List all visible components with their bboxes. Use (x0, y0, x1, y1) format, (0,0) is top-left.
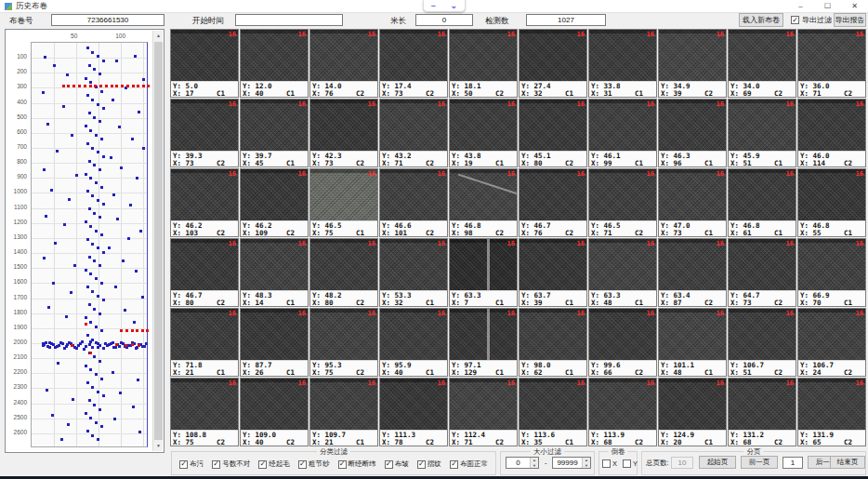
defect-cell[interactable]: 16Y: 17.4X: 73C2 (379, 29, 448, 98)
rewind-checkbox[interactable] (623, 459, 631, 468)
load-new-roll-button[interactable]: 载入新布卷 (739, 13, 783, 27)
last-page-button[interactable]: 结束页 (830, 456, 865, 469)
floating-overlay-widget[interactable]: – ⌄ (423, 0, 466, 12)
maximize-icon[interactable]: ☐ (814, 0, 841, 13)
defect-cell[interactable]: 16Y: 66.9X: 70C1 (797, 238, 866, 307)
size-max-spin-buttons[interactable]: ▲▼ (582, 458, 590, 468)
export-filter-checkbox[interactable]: ✓ (791, 16, 799, 24)
size-max-value[interactable]: 99999 (553, 458, 582, 468)
class-filter-option[interactable]: ✓经起毛 (258, 459, 290, 469)
defect-cell[interactable]: 16Y: 39.7X: 45C1 (240, 99, 309, 167)
size-min-spinner[interactable]: 0 ▲▼ (506, 457, 539, 469)
defect-cell[interactable]: 16Y: 101.1X: 48C1 (658, 308, 727, 377)
defect-cell[interactable]: 16Y: 48.3X: 14C1 (240, 238, 309, 307)
defect-cell[interactable]: 16Y: 5.0X: 17C1 (170, 29, 239, 98)
defect-cell[interactable]: 16Y: 46.3X: 96C1 (658, 99, 727, 167)
defect-cell[interactable]: 16Y: 45.1X: 80C2 (519, 99, 587, 167)
defect-cell[interactable]: 16Y: 97.1X: 129C1 (449, 308, 518, 377)
class-filter-checkbox[interactable]: ✓ (417, 460, 426, 469)
defect-cell[interactable]: 16Y: 46.2X: 103C2 (170, 168, 239, 237)
spin-down-icon[interactable]: ▼ (583, 463, 590, 469)
defect-cell[interactable]: 16Y: 111.3X: 78C2 (379, 378, 448, 446)
defect-cell[interactable]: 16Y: 87.7X: 26C1 (240, 308, 309, 377)
defect-cell[interactable]: 16Y: 43.8X: 19C1 (449, 99, 518, 167)
defect-cell[interactable]: 16Y: 63.3X: 48C1 (588, 238, 657, 307)
spin-down-icon[interactable]: ▼ (531, 463, 538, 469)
defect-cell[interactable]: 16Y: 18.1X: 50C2 (449, 29, 518, 98)
defect-cell[interactable]: 16Y: 64.7X: 73C2 (728, 238, 796, 307)
defect-cell[interactable]: 16Y: 14.0X: 76C2 (309, 29, 378, 98)
class-filter-option[interactable]: ✓粗节纱 (298, 459, 330, 469)
defect-cell[interactable]: 16Y: 46.8X: 98C2 (449, 168, 518, 237)
class-filter-option[interactable]: ✓布污 (179, 459, 204, 469)
class-filter-checkbox[interactable]: ✓ (298, 460, 307, 469)
defect-cell[interactable]: 16Y: 46.7X: 76C2 (519, 168, 587, 237)
class-filter-checkbox[interactable]: ✓ (385, 460, 393, 469)
start-time-input[interactable] (235, 14, 343, 26)
defect-cell[interactable]: 16Y: 43.2X: 71C2 (379, 99, 448, 167)
rewind-checkbox[interactable] (602, 459, 611, 468)
export-filter-option[interactable]: ✓ 导出过滤 (791, 15, 832, 25)
defect-cell[interactable]: 16Y: 34.0X: 69C2 (728, 29, 796, 98)
defect-cell[interactable]: 16Y: 33.8X: 31C1 (588, 29, 657, 98)
class-filter-option[interactable]: ✓布皱 (385, 459, 409, 469)
rewind-option[interactable]: Y (623, 459, 638, 468)
defect-cell[interactable]: 16Y: 36.0X: 71C2 (797, 29, 866, 98)
defect-cell[interactable]: 16Y: 113.9X: 68C2 (588, 378, 657, 446)
defect-cell[interactable]: 16Y: 98.0X: 62C1 (519, 308, 587, 377)
defect-cell[interactable]: 16Y: 71.8X: 21C1 (170, 308, 239, 377)
close-icon[interactable]: ✕ (841, 0, 868, 13)
defect-cell[interactable]: 16Y: 108.8X: 75C2 (170, 378, 239, 446)
defect-cell[interactable]: 16Y: 27.4X: 32C1 (519, 29, 587, 98)
meter-length-input[interactable]: 0 (415, 14, 473, 26)
defect-cell[interactable]: 16Y: 113.6X: 35C1 (519, 378, 587, 446)
defect-cell[interactable]: 16Y: 46.1X: 99C1 (588, 99, 657, 167)
detect-count-input[interactable]: 1027 (526, 14, 606, 26)
defect-scatter-plot[interactable] (31, 42, 148, 447)
defect-cell[interactable]: 16Y: 46.5X: 75C1 (309, 168, 378, 237)
defect-cell[interactable]: 16Y: 46.7X: 80C2 (170, 238, 239, 307)
defect-cell[interactable]: 16Y: 42.3X: 73C2 (309, 99, 378, 167)
defect-cell[interactable]: 16Y: 63.7X: 39C1 (519, 238, 587, 307)
scrollbar-thumb[interactable] (154, 42, 163, 440)
defect-cell[interactable]: 16Y: 45.9X: 51C1 (728, 99, 796, 167)
defect-cell[interactable]: 16Y: 34.9X: 39C2 (658, 29, 727, 98)
defect-cell[interactable]: 16Y: 46.8X: 55C1 (797, 168, 866, 237)
defect-cell[interactable]: 16Y: 47.0X: 73C1 (658, 168, 727, 237)
defect-cell[interactable]: 16Y: 46.5X: 71C2 (588, 168, 657, 237)
defect-cell[interactable]: 16Y: 131.2X: 68C2 (728, 378, 796, 446)
class-filter-checkbox[interactable]: ✓ (450, 460, 458, 469)
page-number-input[interactable]: 1 (783, 457, 803, 469)
defect-cell[interactable]: 16Y: 95.9X: 40C1 (379, 308, 448, 377)
defect-cell[interactable]: 16Y: 106.7X: 51C2 (728, 308, 796, 377)
first-page-button[interactable]: 起始页 (699, 456, 736, 469)
defect-cell[interactable]: 16Y: 46.6X: 101C2 (379, 168, 448, 237)
defect-cell[interactable]: 16Y: 106.7X: 24C2 (797, 308, 866, 377)
class-filter-checkbox[interactable]: ✓ (212, 460, 220, 469)
defect-cell[interactable]: 16Y: 99.6X: 66C2 (588, 308, 657, 377)
prev-page-button[interactable]: 前一页 (741, 456, 778, 469)
class-filter-checkbox[interactable]: ✓ (179, 460, 188, 469)
minimize-icon[interactable]: – (787, 0, 814, 13)
size-min-spin-buttons[interactable]: ▲▼ (530, 458, 538, 468)
defect-cell[interactable]: 16Y: 46.2X: 109C2 (240, 168, 309, 237)
defect-cell[interactable]: 16Y: 109.7X: 21C1 (309, 378, 378, 446)
export-report-button[interactable]: 导出报告 (834, 13, 866, 27)
roll-number-input[interactable]: 7236661530 (51, 14, 164, 26)
defect-cell[interactable]: 16Y: 95.3X: 75C2 (309, 308, 378, 377)
size-min-value[interactable]: 0 (506, 458, 530, 468)
widget-minimize-icon[interactable]: – (431, 1, 436, 10)
defect-cell[interactable]: 16Y: 12.0X: 40C1 (240, 29, 309, 98)
class-filter-checkbox[interactable]: ✓ (258, 460, 267, 469)
plot-scrollbar[interactable]: ▲ ▼ (152, 31, 163, 451)
defect-cell[interactable]: 16Y: 131.9X: 65C2 (797, 378, 866, 446)
class-filter-option[interactable]: ✓号数不对 (212, 459, 250, 469)
defect-cell[interactable]: 16Y: 48.2X: 80C2 (309, 238, 378, 307)
size-max-spinner[interactable]: 99999 ▲▼ (552, 457, 591, 469)
defect-cell[interactable]: 16Y: 39.3X: 73C2 (170, 99, 239, 167)
class-filter-option[interactable]: ✓断经断纬 (338, 459, 376, 469)
defect-cell[interactable]: 16Y: 124.9X: 20C1 (658, 378, 727, 446)
widget-chevron-icon[interactable]: ⌄ (451, 1, 458, 10)
class-filter-option[interactable]: ✓布面正常 (450, 459, 488, 469)
rewind-option[interactable]: X (602, 459, 617, 468)
